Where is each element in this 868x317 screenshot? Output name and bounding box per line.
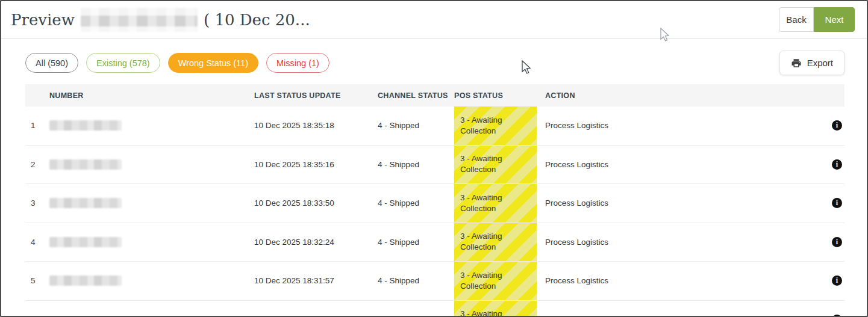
- pos-status-cell: 3 - Awaiting Collection: [454, 106, 537, 145]
- action-label: Process Logistics: [537, 262, 820, 300]
- pos-status: 3 - Awaiting Collection: [460, 192, 516, 214]
- channel-status: 4 - Shipped: [378, 106, 454, 145]
- filter-chip-existing[interactable]: Existing (578): [86, 53, 160, 73]
- table-row: 6 3512103A6MHJ323 10 Dec 2025 18:30:08 4…: [25, 301, 845, 317]
- action-label: Process Logistics: [537, 223, 820, 262]
- column-header-action: ACTION: [537, 91, 820, 100]
- table-row: 1 10 Dec 2025 18:35:18 4 - Shipped 3 - A…: [25, 106, 845, 146]
- redacted-order-number: [49, 237, 122, 247]
- redacted-order-number: [49, 159, 122, 170]
- pos-status: 3 - Awaiting Collection: [460, 231, 516, 253]
- wizard-nav: Back Next: [779, 7, 855, 32]
- redacted-order-number: [49, 198, 122, 208]
- content-area: All (590) Existing (578) Wrong Status (1…: [1, 38, 867, 317]
- filter-chip-label: Existing (578): [96, 58, 150, 68]
- info-icon[interactable]: i: [832, 198, 842, 208]
- printer-icon: [791, 58, 802, 69]
- next-button[interactable]: Next: [814, 7, 855, 32]
- table-row: 3 10 Dec 2025 18:33:50 4 - Shipped 3 - A…: [25, 184, 845, 223]
- info-cell: i: [820, 262, 845, 300]
- row-index: 2: [25, 146, 49, 184]
- table-row: 4 10 Dec 2025 18:32:24 4 - Shipped 3 - A…: [25, 223, 845, 262]
- info-cell: i: [820, 301, 845, 317]
- order-number-cell: [49, 146, 254, 184]
- last-status-update: 10 Dec 2025 18:33:50: [254, 184, 378, 223]
- order-number-cell: [49, 184, 254, 223]
- filter-chip-label: Wrong Status (11): [178, 58, 248, 68]
- action-label: Process Logistics: [537, 106, 820, 145]
- row-index: 5: [25, 262, 49, 300]
- column-header-number: NUMBER: [49, 91, 254, 100]
- order-number-cell: [49, 262, 254, 300]
- order-number-cell: [49, 223, 254, 262]
- action-label: Process Logistics: [537, 184, 820, 223]
- filter-chip-missing[interactable]: Missing (1): [266, 53, 329, 73]
- pos-status: 3 - Awaiting Collection: [460, 153, 516, 175]
- redacted-order-number: [49, 275, 122, 286]
- pos-status: 3 - Awaiting Collection: [460, 309, 516, 317]
- pos-status-cell: 3 - Awaiting Collection: [454, 184, 537, 223]
- pos-status-cell: 3 - Awaiting Collection: [454, 301, 537, 317]
- table-body: 1 10 Dec 2025 18:35:18 4 - Shipped 3 - A…: [25, 106, 845, 317]
- column-header-last-status-update: LAST STATUS UPDATE: [254, 91, 378, 100]
- pos-status: 3 - Awaiting Collection: [460, 270, 516, 292]
- row-index: 1: [25, 106, 49, 145]
- row-index: 3: [25, 184, 49, 223]
- filter-toolbar: All (590) Existing (578) Wrong Status (1…: [25, 38, 845, 75]
- pos-status-cell: 3 - Awaiting Collection: [454, 223, 537, 262]
- page-title-prefix: Preview: [11, 11, 75, 29]
- info-icon[interactable]: i: [832, 237, 842, 247]
- filter-chip-all[interactable]: All (590): [25, 53, 78, 73]
- info-cell: i: [820, 146, 845, 184]
- last-status-update: 10 Dec 2025 18:32:24: [254, 223, 378, 262]
- row-index: 4: [25, 223, 49, 262]
- last-status-update: 10 Dec 2025 18:35:16: [254, 146, 378, 184]
- info-cell: i: [820, 106, 845, 145]
- page-title-date: ( 10 Dec 20...: [204, 11, 310, 29]
- order-number-cell: [49, 106, 254, 145]
- redacted-title-text: [81, 8, 198, 32]
- filter-chip-wrong-status[interactable]: Wrong Status (11): [168, 53, 258, 73]
- table-header-row: NUMBER LAST STATUS UPDATE CHANNEL STATUS…: [25, 84, 845, 106]
- info-icon[interactable]: i: [832, 275, 842, 286]
- order-number-cell: 3512103A6MHJ323: [49, 301, 254, 317]
- table-row: 2 10 Dec 2025 18:35:16 4 - Shipped 3 - A…: [25, 146, 845, 185]
- column-header-channel-status: CHANNEL STATUS: [378, 91, 454, 100]
- preview-window: Preview ( 10 Dec 20... Back Next All (59…: [0, 0, 868, 317]
- pos-status-cell: 3 - Awaiting Collection: [454, 146, 537, 184]
- redacted-order-number: [49, 120, 122, 131]
- action-label: Process Logistics: [537, 301, 820, 317]
- preview-table: NUMBER LAST STATUS UPDATE CHANNEL STATUS…: [25, 84, 845, 317]
- channel-status: 4 - Shipped: [378, 301, 454, 317]
- info-icon[interactable]: i: [832, 159, 842, 170]
- row-index: 6: [25, 301, 49, 317]
- info-icon[interactable]: i: [832, 315, 842, 317]
- pos-status-cell: 3 - Awaiting Collection: [454, 262, 537, 300]
- info-cell: i: [820, 184, 845, 223]
- filter-chip-label: All (590): [36, 58, 68, 68]
- topbar: Preview ( 10 Dec 20... Back Next: [1, 1, 867, 38]
- info-cell: i: [820, 223, 845, 262]
- last-status-update: 10 Dec 2025 18:35:18: [254, 106, 378, 145]
- pos-status: 3 - Awaiting Collection: [460, 115, 516, 137]
- filter-chip-group: All (590) Existing (578) Wrong Status (1…: [25, 51, 329, 73]
- export-button[interactable]: Export: [779, 51, 845, 75]
- last-status-update: 10 Dec 2025 18:30:08: [254, 301, 378, 317]
- filter-chip-label: Missing (1): [276, 58, 319, 68]
- page-title: Preview ( 10 Dec 20...: [11, 8, 310, 32]
- column-header-pos-status: POS STATUS: [454, 91, 537, 100]
- table-row: 5 10 Dec 2025 18:31:57 4 - Shipped 3 - A…: [25, 262, 845, 301]
- back-button[interactable]: Back: [779, 7, 814, 32]
- last-status-update: 10 Dec 2025 18:31:57: [254, 262, 378, 300]
- channel-status: 4 - Shipped: [378, 184, 454, 223]
- export-button-label: Export: [807, 58, 833, 68]
- channel-status: 4 - Shipped: [378, 146, 454, 184]
- channel-status: 4 - Shipped: [378, 223, 454, 262]
- action-label: Process Logistics: [537, 146, 820, 184]
- channel-status: 4 - Shipped: [378, 262, 454, 300]
- info-icon[interactable]: i: [832, 120, 842, 131]
